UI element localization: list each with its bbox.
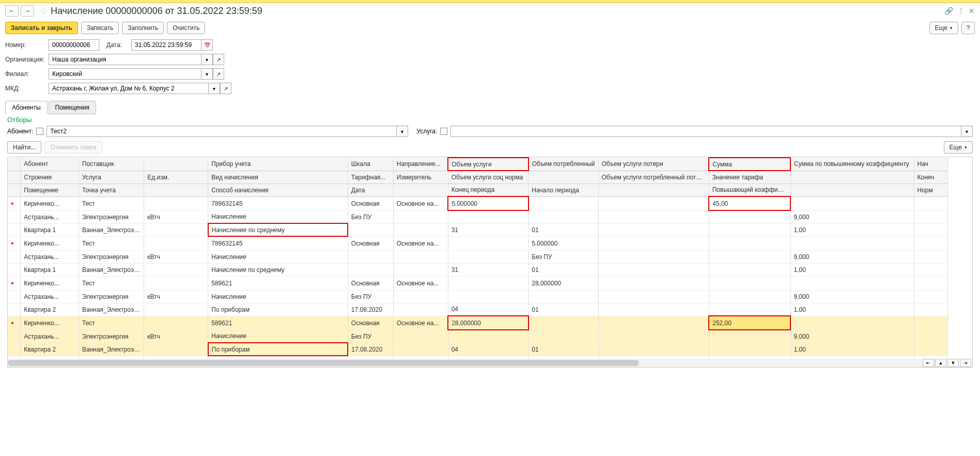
cell[interactable] bbox=[144, 263, 208, 276]
cell[interactable] bbox=[393, 330, 448, 343]
cell[interactable]: Без ПУ bbox=[348, 210, 393, 223]
mkd-input[interactable] bbox=[49, 83, 209, 94]
cell[interactable] bbox=[448, 276, 528, 290]
cell[interactable] bbox=[914, 250, 948, 263]
tab-abonents[interactable]: Абоненты bbox=[5, 101, 48, 114]
column-header[interactable]: Способ начисления bbox=[208, 184, 348, 196]
cell[interactable]: Электроэнергия bbox=[79, 290, 144, 303]
column-header[interactable]: Ед.изм. bbox=[144, 171, 208, 184]
cell[interactable]: 1,00 bbox=[790, 223, 914, 236]
cell[interactable]: 1,00 bbox=[790, 303, 914, 316]
cell[interactable]: Основное на... bbox=[393, 316, 448, 330]
column-header[interactable]: Сумма по повышенному коэффициенту bbox=[790, 158, 914, 171]
column-header[interactable]: Объем услуги потребленный потери bbox=[598, 171, 709, 184]
cell[interactable] bbox=[144, 223, 208, 236]
cell[interactable] bbox=[598, 316, 709, 330]
org-input[interactable] bbox=[49, 54, 201, 65]
cell[interactable]: Начисление bbox=[208, 290, 348, 303]
cell[interactable]: кВтч bbox=[144, 250, 208, 263]
cell[interactable] bbox=[790, 316, 914, 330]
column-header[interactable] bbox=[790, 171, 914, 184]
cell[interactable]: Астрахань... bbox=[21, 250, 79, 263]
cell[interactable] bbox=[448, 236, 528, 250]
column-header[interactable]: Объем услуги потери bbox=[598, 158, 709, 171]
column-header[interactable]: Измеритель bbox=[393, 171, 448, 184]
cell[interactable]: Основное на... bbox=[393, 276, 448, 290]
column-header[interactable]: Строение bbox=[21, 171, 79, 184]
cell[interactable] bbox=[914, 276, 948, 290]
cell[interactable]: 9,000 bbox=[790, 330, 914, 343]
cell[interactable] bbox=[914, 303, 948, 316]
scroll-down-button[interactable]: ▼ bbox=[947, 359, 959, 367]
cell[interactable]: 04 bbox=[448, 343, 528, 356]
column-header[interactable]: Объем услуги bbox=[448, 158, 528, 171]
column-header[interactable]: Объем потребленный bbox=[528, 158, 598, 171]
favorite-star-icon[interactable]: ☆ bbox=[39, 5, 48, 17]
cell[interactable]: 01 bbox=[528, 263, 598, 276]
write-button[interactable]: Записать bbox=[81, 22, 119, 34]
column-header[interactable]: Тарифная... bbox=[348, 171, 393, 184]
column-header[interactable]: Значение тарифа bbox=[709, 171, 790, 184]
cell[interactable]: 9,000 bbox=[790, 210, 914, 223]
cell[interactable] bbox=[709, 236, 790, 250]
cell[interactable]: 04 bbox=[448, 303, 528, 316]
cell[interactable]: Начисление по среднему bbox=[208, 263, 348, 276]
cell[interactable] bbox=[598, 236, 709, 250]
cell[interactable]: Тест bbox=[79, 276, 144, 290]
cell[interactable] bbox=[790, 196, 914, 210]
cell[interactable]: 28,000000 bbox=[448, 316, 528, 330]
cell[interactable] bbox=[598, 290, 709, 303]
cell[interactable]: Основное на... bbox=[393, 196, 448, 210]
cell[interactable]: кВтч bbox=[144, 290, 208, 303]
column-header[interactable]: Повышающий коэффициент bbox=[709, 184, 790, 196]
cell[interactable] bbox=[393, 290, 448, 303]
cell[interactable]: Электроэнергия bbox=[79, 210, 144, 223]
cell[interactable] bbox=[528, 316, 598, 330]
cell[interactable]: Тест bbox=[79, 316, 144, 330]
cell[interactable]: кВтч bbox=[144, 330, 208, 343]
grid-more-button[interactable]: Еще bbox=[944, 141, 973, 154]
cell[interactable] bbox=[393, 343, 448, 356]
number-input[interactable] bbox=[49, 39, 99, 51]
cell[interactable] bbox=[914, 223, 948, 236]
service-checkbox[interactable] bbox=[440, 128, 447, 135]
cell[interactable] bbox=[598, 276, 709, 290]
cell[interactable]: Без ПУ bbox=[348, 290, 393, 303]
column-header[interactable] bbox=[528, 171, 598, 184]
cell[interactable] bbox=[528, 210, 598, 223]
cell[interactable] bbox=[914, 196, 948, 210]
help-button[interactable]: ? bbox=[961, 22, 975, 34]
calendar-icon[interactable]: 📅 bbox=[201, 39, 213, 51]
cell[interactable]: Ванная_Электроэнергия bbox=[79, 263, 144, 276]
cell[interactable]: 1,00 bbox=[790, 263, 914, 276]
open-external-icon[interactable]: ↗ bbox=[213, 68, 224, 80]
cell[interactable]: 789632145 bbox=[208, 236, 348, 250]
cell[interactable]: 31 bbox=[448, 223, 528, 236]
open-external-icon[interactable]: ↗ bbox=[213, 54, 224, 65]
cell[interactable]: По приборам bbox=[208, 343, 348, 356]
column-header[interactable]: Норм bbox=[914, 184, 948, 196]
cell[interactable]: Электроэнергия bbox=[79, 250, 144, 263]
column-header[interactable]: Направление... bbox=[393, 158, 448, 171]
cell[interactable]: Астрахань... bbox=[21, 290, 79, 303]
cell[interactable]: 01 bbox=[528, 343, 598, 356]
cell[interactable] bbox=[598, 330, 709, 343]
cell[interactable] bbox=[914, 316, 948, 330]
cell[interactable]: Основная bbox=[348, 316, 393, 330]
cell[interactable] bbox=[598, 223, 709, 236]
chevron-down-icon[interactable]: ▾ bbox=[201, 68, 213, 80]
chevron-down-icon[interactable]: ▾ bbox=[209, 83, 220, 94]
abonent-checkbox[interactable] bbox=[36, 128, 43, 135]
cell[interactable]: 589621 bbox=[208, 316, 348, 330]
cell[interactable]: 17.08.2020 bbox=[348, 343, 393, 356]
cell[interactable] bbox=[709, 263, 790, 276]
cell[interactable]: Астрахань... bbox=[21, 210, 79, 223]
cell[interactable] bbox=[598, 210, 709, 223]
column-header[interactable]: Поставщик bbox=[79, 158, 144, 171]
cell[interactable]: Основная bbox=[348, 236, 393, 250]
column-header[interactable]: Конец периода bbox=[448, 184, 528, 196]
column-header[interactable]: Услуга bbox=[79, 171, 144, 184]
cell[interactable]: Квартира 1 bbox=[21, 263, 79, 276]
cell[interactable]: Квартира 1 bbox=[21, 223, 79, 236]
column-header[interactable]: Шкала bbox=[348, 158, 393, 171]
